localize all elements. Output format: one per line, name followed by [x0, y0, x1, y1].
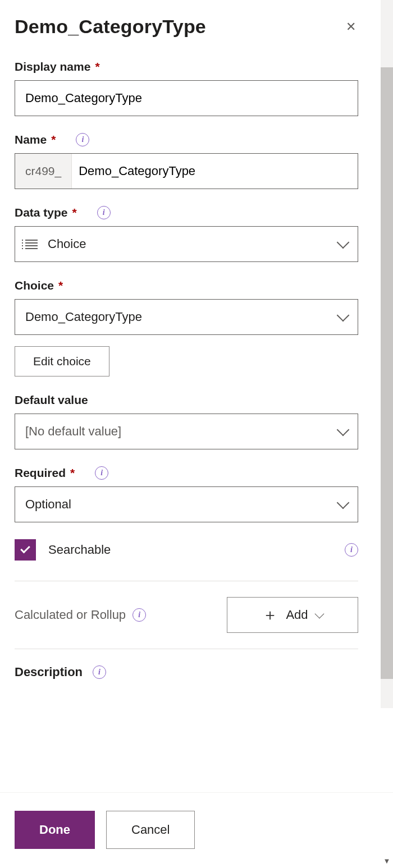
chevron-down-icon [337, 424, 350, 437]
chevron-down-icon [337, 309, 350, 322]
add-rollup-button[interactable]: ＋ Add [227, 597, 358, 633]
description-label: Description i [15, 665, 358, 679]
list-icon [25, 240, 40, 249]
panel-header: Demo_CategoryType ✕ [15, 16, 358, 38]
panel-title: Demo_CategoryType [15, 16, 206, 38]
add-button-label: Add [286, 608, 308, 622]
required-select[interactable]: Optional [15, 486, 358, 522]
divider [15, 581, 358, 581]
rollup-label: Calculated or Rollup i [15, 608, 146, 622]
divider [15, 649, 358, 649]
plus-icon: ＋ [262, 607, 278, 623]
field-searchable: Searchable i [15, 539, 358, 561]
data-type-value: Choice [48, 237, 86, 251]
field-required: Required * i Optional [15, 466, 358, 522]
close-icon[interactable]: ✕ [344, 19, 358, 35]
required-value: Optional [25, 497, 71, 512]
choice-select[interactable]: Demo_CategoryType [15, 299, 358, 335]
display-name-label: Display name * [15, 60, 358, 74]
default-value-label: Default value [15, 393, 358, 407]
name-label: Name * i [15, 133, 358, 146]
info-icon[interactable]: i [97, 206, 111, 219]
done-button[interactable]: Done [15, 811, 95, 849]
field-data-type: Data type * i Choice [15, 206, 358, 262]
searchable-checkbox[interactable] [15, 539, 36, 561]
info-icon[interactable]: i [95, 466, 108, 480]
data-type-select[interactable]: Choice [15, 226, 358, 262]
name-input[interactable] [72, 154, 358, 189]
info-icon[interactable]: i [93, 665, 106, 679]
scrollbar-thumb[interactable] [381, 67, 393, 679]
info-icon[interactable]: i [132, 608, 146, 622]
field-name: Name * i cr499_ [15, 133, 358, 189]
chevron-down-icon [337, 497, 350, 509]
chevron-down-icon [337, 236, 350, 249]
choice-value: Demo_CategoryType [25, 310, 142, 324]
form-body: Display name * Name * i cr499_ Data type… [15, 60, 358, 773]
name-input-group: cr499_ [15, 153, 358, 189]
required-asterisk: * [58, 279, 63, 292]
scroll-down-arrow[interactable]: ▼ [382, 857, 392, 865]
name-prefix: cr499_ [15, 154, 72, 189]
info-icon[interactable]: i [76, 133, 89, 146]
searchable-label: Searchable [48, 543, 111, 557]
required-asterisk: * [70, 466, 75, 480]
default-value-value: [No default value] [25, 424, 121, 439]
info-icon[interactable]: i [345, 543, 358, 557]
field-display-name: Display name * [15, 60, 358, 116]
chevron-down-icon [314, 609, 324, 619]
required-asterisk: * [72, 206, 77, 219]
choice-label: Choice * [15, 279, 358, 292]
required-label: Required * i [15, 466, 358, 480]
column-properties-panel: Demo_CategoryType ✕ Display name * Name … [0, 0, 373, 868]
check-icon [20, 544, 30, 554]
field-default-value: Default value [No default value] [15, 393, 358, 449]
panel-footer: Done Cancel [0, 792, 393, 868]
default-value-select[interactable]: [No default value] [15, 414, 358, 449]
display-name-input[interactable] [15, 80, 358, 116]
edit-choice-button[interactable]: Edit choice [15, 346, 109, 376]
required-asterisk: * [51, 133, 56, 146]
field-rollup: Calculated or Rollup i ＋ Add [15, 597, 358, 633]
field-choice: Choice * Demo_CategoryType Edit choice [15, 279, 358, 376]
required-asterisk: * [95, 60, 99, 74]
cancel-button[interactable]: Cancel [106, 811, 195, 849]
data-type-label: Data type * i [15, 206, 358, 219]
